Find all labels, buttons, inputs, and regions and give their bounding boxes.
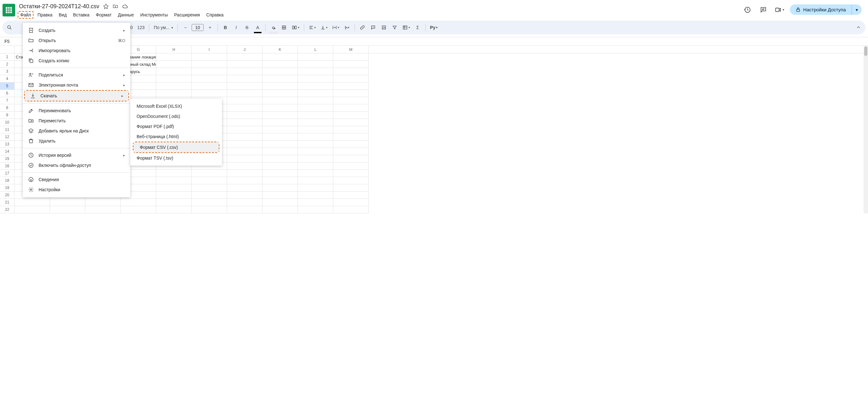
cell[interactable] [262,155,298,163]
halign-button[interactable]: ▾ [307,23,317,32]
cell[interactable] [227,206,262,213]
cell[interactable] [192,177,227,184]
cell[interactable] [333,133,369,141]
menu-tools[interactable]: Инструменты [137,11,170,19]
cell[interactable] [333,170,369,177]
cell[interactable] [156,90,192,97]
cell[interactable] [298,206,333,213]
cell[interactable] [333,54,369,61]
cell[interactable] [227,68,262,75]
cell[interactable] [298,199,333,206]
row-header[interactable]: 20 [0,192,14,199]
col-header[interactable]: I [192,46,227,53]
select-all-corner[interactable] [0,46,14,54]
row-header[interactable]: 13 [0,141,14,148]
cell[interactable] [298,54,333,61]
cell[interactable] [262,141,298,148]
cell[interactable] [121,206,156,213]
cell[interactable] [262,61,298,68]
text-color-button[interactable]: A [253,23,262,32]
cell[interactable] [333,141,369,148]
table-view-button[interactable]: ▾ [401,23,411,32]
cell[interactable] [262,54,298,61]
menu-format[interactable]: Формат [93,11,114,19]
file-details[interactable]: Сведения [23,174,130,184]
download-tsv[interactable]: Формат TSV (.tsv) [130,153,222,163]
cell[interactable] [333,104,369,111]
cell[interactable] [262,206,298,213]
meet-icon[interactable]: ▾ [774,5,784,15]
cell[interactable] [298,111,333,119]
borders-button[interactable] [280,23,288,32]
file-email[interactable]: Электронная почта▸ [23,80,130,90]
col-header[interactable]: J [227,46,262,53]
file-make-copy[interactable]: Создать копию [23,56,130,66]
cell[interactable] [85,199,121,206]
insert-comment-button[interactable] [369,23,377,32]
file-import[interactable]: Импортировать [23,45,130,56]
row-header[interactable]: 8 [0,104,14,111]
cell[interactable] [262,163,298,170]
cell[interactable] [156,170,192,177]
row-header[interactable]: 6 [0,90,14,97]
cell[interactable] [192,68,227,75]
cell[interactable] [156,177,192,184]
cell[interactable] [298,68,333,75]
rotate-button[interactable]: A▾ [342,23,351,32]
cell[interactable] [333,111,369,119]
cell[interactable] [14,199,50,206]
cell[interactable] [227,104,262,111]
cell[interactable] [262,75,298,82]
cell[interactable] [192,192,227,199]
menu-view[interactable]: Вид [56,11,69,19]
cell[interactable] [333,148,369,155]
cell[interactable] [298,170,333,177]
file-open[interactable]: Открыть⌘O [23,35,130,45]
row-header[interactable]: 15 [0,155,14,163]
cell[interactable] [333,163,369,170]
menu-file[interactable]: Файл [18,11,33,19]
file-trash[interactable]: Удалить [23,136,130,146]
cell[interactable] [192,206,227,213]
font-size-increase[interactable]: ＋ [206,23,214,32]
cell[interactable] [192,54,227,61]
cell[interactable] [333,75,369,82]
move-to-folder-icon[interactable] [113,3,118,10]
cell[interactable] [192,82,227,90]
cell[interactable] [227,61,262,68]
cell[interactable] [262,133,298,141]
row-header[interactable]: 10 [0,119,14,126]
cell[interactable] [262,170,298,177]
cell[interactable] [333,61,369,68]
cell[interactable] [227,97,262,104]
vertical-scrollbar[interactable] [864,46,868,213]
cell[interactable] [14,206,50,213]
cell[interactable] [262,82,298,90]
cell[interactable] [192,184,227,192]
cell[interactable] [298,163,333,170]
italic-button[interactable]: I [232,23,241,32]
cell[interactable] [298,75,333,82]
share-dropdown[interactable]: ▾ [851,5,862,15]
row-header[interactable]: 18 [0,177,14,184]
cell[interactable] [298,126,333,133]
cell[interactable] [227,184,262,192]
col-header[interactable]: K [262,46,298,53]
download-xlsx[interactable]: Microsoft Excel (XLSX) [130,101,222,111]
menu-help[interactable]: Справка [204,11,226,19]
row-header[interactable]: 16 [0,163,14,170]
python-button[interactable]: Py▾ [429,23,439,32]
cell[interactable] [156,184,192,192]
cell[interactable] [156,199,192,206]
row-header[interactable]: 7 [0,97,14,104]
cell[interactable] [262,97,298,104]
font-family-select[interactable]: По ум...▾ [152,23,174,32]
cell[interactable] [298,104,333,111]
cell[interactable] [262,177,298,184]
doc-title[interactable]: Остатки-27-09-2024T12-40.csv [18,3,100,10]
cell[interactable] [227,192,262,199]
cell[interactable] [227,133,262,141]
cell[interactable] [227,82,262,90]
cell[interactable] [298,133,333,141]
cell[interactable] [156,61,192,68]
